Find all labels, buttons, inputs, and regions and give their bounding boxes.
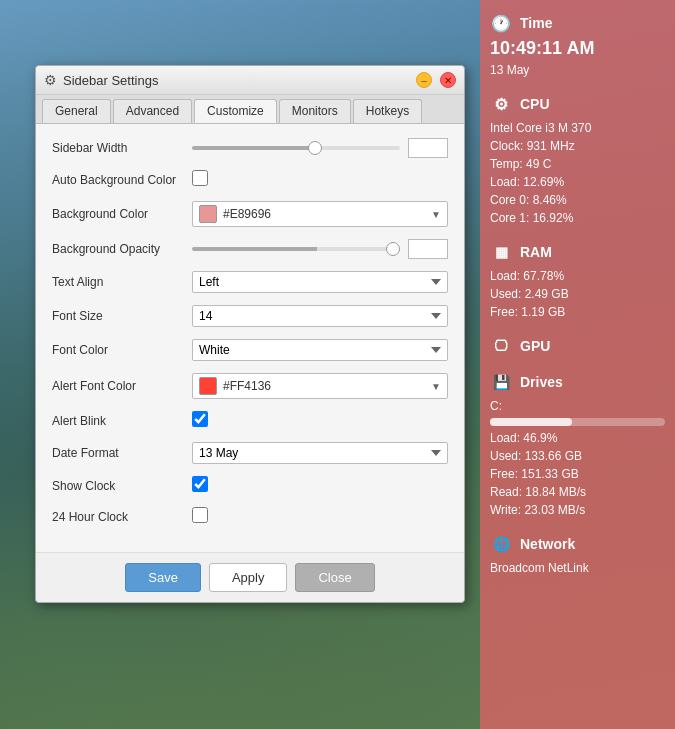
tabs-container: General Advanced Customize Monitors Hotk… <box>36 95 464 124</box>
sidebar-network-label: Network <box>520 536 575 552</box>
sidebar-ram-label: RAM <box>520 244 552 260</box>
sidebar-section-header-drives: 💾 Drives <box>490 371 665 393</box>
font-color-row: Font Color White Black Gray <box>52 339 448 361</box>
sidebar-section-network: 🌐 Network Broadcom NetLink <box>490 533 665 577</box>
drives-progress-fill <box>490 418 572 426</box>
ram-icon: ▦ <box>490 241 512 263</box>
date-format-label: Date Format <box>52 446 192 460</box>
sidebar-section-header-cpu: ⚙ CPU <box>490 93 665 115</box>
save-button[interactable]: Save <box>125 563 201 592</box>
font-size-label: Font Size <box>52 309 192 323</box>
tab-monitors[interactable]: Monitors <box>279 99 351 123</box>
background-color-value: #E89696 <box>223 207 425 221</box>
show-clock-row: Show Clock <box>52 476 448 495</box>
close-button[interactable]: Close <box>295 563 374 592</box>
sidebar-cpu-clock: Clock: 931 MHz <box>490 137 665 155</box>
font-size-row: Font Size 10111213 141618 <box>52 305 448 327</box>
sidebar-cpu-core1: Core 1: 16.92% <box>490 209 665 227</box>
tab-advanced[interactable]: Advanced <box>113 99 192 123</box>
background-opacity-control: 1 <box>192 239 448 259</box>
drives-progress-bg <box>490 418 665 426</box>
background-opacity-slider[interactable] <box>192 247 400 251</box>
alert-blink-row: Alert Blink <box>52 411 448 430</box>
alert-blink-control <box>192 411 448 430</box>
tab-customize[interactable]: Customize <box>194 99 277 123</box>
auto-background-label: Auto Background Color <box>52 173 192 187</box>
background-color-control: #E89696 ▼ <box>192 201 448 227</box>
auto-background-control <box>192 170 448 189</box>
background-color-arrow: ▼ <box>431 209 441 220</box>
sidebar-width-row: Sidebar Width 180 <box>52 138 448 158</box>
background-color-swatch <box>199 205 217 223</box>
sidebar-cpu-load: Load: 12.69% <box>490 173 665 191</box>
clock-icon: 🕐 <box>490 12 512 34</box>
dialog-title-text: Sidebar Settings <box>63 73 408 88</box>
sidebar-drives-label: Drives <box>520 374 563 390</box>
sidebar-drives-free: Free: 151.33 GB <box>490 465 665 483</box>
sidebar-date-value: 13 May <box>490 61 665 79</box>
text-align-select[interactable]: Left Center Right <box>192 271 448 293</box>
sidebar-cpu-label: CPU <box>520 96 550 112</box>
sidebar-section-header-gpu: 🖵 GPU <box>490 335 665 357</box>
alert-font-color-swatch <box>199 377 217 395</box>
minimize-button[interactable]: – <box>416 72 432 88</box>
alert-font-color-value: #FF4136 <box>223 379 425 393</box>
sidebar-drives-used: Used: 133.66 GB <box>490 447 665 465</box>
font-size-control: 10111213 141618 <box>192 305 448 327</box>
cpu-icon: ⚙ <box>490 93 512 115</box>
sidebar-section-header-time: 🕐 Time <box>490 12 665 34</box>
font-size-select[interactable]: 10111213 141618 <box>192 305 448 327</box>
alert-font-color-picker[interactable]: #FF4136 ▼ <box>192 373 448 399</box>
date-format-control: 13 May May 13 2024-05-13 <box>192 442 448 464</box>
sidebar-width-slider[interactable] <box>192 146 400 150</box>
tab-hotkeys[interactable]: Hotkeys <box>353 99 422 123</box>
text-align-control: Left Center Right <box>192 271 448 293</box>
alert-font-color-arrow: ▼ <box>431 381 441 392</box>
hour24-row: 24 Hour Clock <box>52 507 448 526</box>
close-titlebar-button[interactable]: ✕ <box>440 72 456 88</box>
background-color-picker[interactable]: #E89696 ▼ <box>192 201 448 227</box>
alert-font-color-control: #FF4136 ▼ <box>192 373 448 399</box>
sidebar-section-gpu: 🖵 GPU <box>490 335 665 357</box>
apply-button[interactable]: Apply <box>209 563 288 592</box>
hour24-checkbox[interactable] <box>192 507 208 523</box>
tab-general[interactable]: General <box>42 99 111 123</box>
hour24-label: 24 Hour Clock <box>52 510 192 524</box>
hour24-control <box>192 507 448 526</box>
sidebar-cpu-temp: Temp: 49 C <box>490 155 665 173</box>
dialog-titlebar: ⚙ Sidebar Settings – ✕ <box>36 66 464 95</box>
date-format-select[interactable]: 13 May May 13 2024-05-13 <box>192 442 448 464</box>
auto-background-checkbox[interactable] <box>192 170 208 186</box>
gpu-icon: 🖵 <box>490 335 512 357</box>
font-color-select[interactable]: White Black Gray <box>192 339 448 361</box>
show-clock-control <box>192 476 448 495</box>
sidebar-section-ram: ▦ RAM Load: 67.78% Used: 2.49 GB Free: 1… <box>490 241 665 321</box>
background-opacity-input[interactable]: 1 <box>408 239 448 259</box>
sidebar-ram-used: Used: 2.49 GB <box>490 285 665 303</box>
auto-background-row: Auto Background Color <box>52 170 448 189</box>
background-opacity-row: Background Opacity 1 <box>52 239 448 259</box>
sidebar-width-input[interactable]: 180 <box>408 138 448 158</box>
dialog-title-icon: ⚙ <box>44 72 57 88</box>
sidebar-width-label: Sidebar Width <box>52 141 192 155</box>
background-color-label: Background Color <box>52 207 192 221</box>
text-align-row: Text Align Left Center Right <box>52 271 448 293</box>
sidebar-section-time: 🕐 Time 10:49:11 AM 13 May <box>490 12 665 79</box>
sidebar-drives-read: Read: 18.84 MB/s <box>490 483 665 501</box>
show-clock-checkbox[interactable] <box>192 476 208 492</box>
background-color-row: Background Color #E89696 ▼ <box>52 201 448 227</box>
text-align-label: Text Align <box>52 275 192 289</box>
sidebar-drives-load: Load: 46.9% <box>490 429 665 447</box>
font-color-control: White Black Gray <box>192 339 448 361</box>
date-format-row: Date Format 13 May May 13 2024-05-13 <box>52 442 448 464</box>
sidebar-drives-write: Write: 23.03 MB/s <box>490 501 665 519</box>
network-icon: 🌐 <box>490 533 512 555</box>
show-clock-label: Show Clock <box>52 479 192 493</box>
drives-icon: 💾 <box>490 371 512 393</box>
sidebar-width-control: 180 <box>192 138 448 158</box>
sidebar-ram-free: Free: 1.19 GB <box>490 303 665 321</box>
sidebar-drives-letter: C: <box>490 397 665 415</box>
alert-font-color-label: Alert Font Color <box>52 379 192 393</box>
sidebar-network-adapter: Broadcom NetLink <box>490 559 665 577</box>
alert-blink-checkbox[interactable] <box>192 411 208 427</box>
